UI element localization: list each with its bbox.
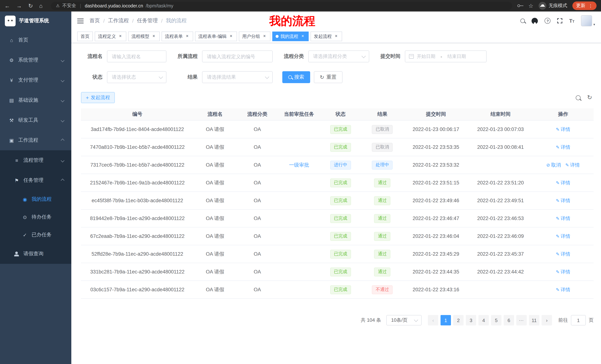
category-select[interactable]: 请选择流程分类 bbox=[308, 50, 369, 62]
tab-process-model[interactable]: 流程模型× bbox=[128, 31, 160, 41]
goto-page-input[interactable] bbox=[571, 315, 586, 326]
password-key-icon[interactable] bbox=[517, 4, 523, 7]
reset-button[interactable]: ↻ 重置 bbox=[314, 71, 342, 83]
forward-button[interactable]: → bbox=[16, 3, 22, 9]
cancel-icon: ⊘ bbox=[546, 162, 550, 168]
detail-link[interactable]: ✎详情 bbox=[565, 162, 580, 168]
sidebar-item-system-manage[interactable]: ⚙系统管理 bbox=[0, 50, 71, 70]
breadcrumb-item-task-manage[interactable]: 任务管理 bbox=[137, 18, 158, 24]
status-select[interactable]: 请选择状态 bbox=[107, 71, 166, 83]
search-icon[interactable] bbox=[521, 19, 525, 23]
menu-dots-icon[interactable]: ⋮ bbox=[588, 3, 593, 8]
tab-label: 发起流程 bbox=[314, 33, 332, 39]
cell-status: 进行中 bbox=[320, 156, 361, 174]
pages-ellipsis[interactable]: ⋯ bbox=[516, 315, 527, 326]
browser-chrome: ← → ↻ ⌂ ⚠ 不安全 | dashboard.yudao.iocoder.… bbox=[0, 0, 601, 11]
submit-time-range-picker[interactable]: 开始日期 - 结束日期 bbox=[405, 50, 487, 62]
page-button-6[interactable]: 6 bbox=[504, 315, 514, 326]
refresh-icon-button[interactable]: ↻ bbox=[587, 95, 592, 101]
start-process-button[interactable]: + 发起流程 bbox=[81, 92, 115, 103]
tab-start-process[interactable]: 发起流程× bbox=[311, 31, 342, 41]
close-icon[interactable]: × bbox=[300, 34, 305, 39]
close-icon[interactable]: × bbox=[185, 34, 190, 39]
help-icon[interactable]: ? bbox=[545, 18, 551, 24]
goto-suffix: 页 bbox=[589, 317, 594, 324]
cell-actions: ✎详情 bbox=[532, 192, 594, 210]
page-button-5[interactable]: 5 bbox=[491, 315, 501, 326]
table-row: 819442e8-7b9a-11ec-a290-acde48001122OA 请… bbox=[81, 210, 594, 227]
home-button[interactable]: ⌂ bbox=[39, 3, 42, 9]
breadcrumb-item-workflow[interactable]: 工作流程 bbox=[108, 18, 129, 24]
close-icon[interactable]: × bbox=[229, 34, 234, 39]
tab-home[interactable]: 首页 bbox=[77, 31, 93, 41]
detail-link[interactable]: ✎详情 bbox=[556, 286, 570, 293]
page-size-select[interactable]: 10条/页 bbox=[386, 315, 421, 326]
current-task-link[interactable]: 一级审批 bbox=[289, 162, 309, 168]
search-button[interactable]: 搜索 bbox=[282, 71, 310, 83]
detail-link[interactable]: ✎详情 bbox=[556, 215, 570, 222]
sidebar-item-task-manage[interactable]: ⚑任务管理 bbox=[0, 170, 71, 190]
detail-link[interactable]: ✎详情 bbox=[556, 144, 570, 151]
sidebar-item-payment-manage[interactable]: ¥支付管理 bbox=[0, 70, 71, 90]
update-button[interactable]: 更新 ⋮ bbox=[572, 1, 597, 10]
close-icon[interactable]: × bbox=[118, 34, 123, 39]
detail-link[interactable]: ✎详情 bbox=[556, 233, 570, 239]
cell-category: OA bbox=[236, 263, 278, 281]
page-button-1[interactable]: 1 bbox=[441, 315, 451, 326]
page-button-4[interactable]: 4 bbox=[478, 315, 489, 326]
process-name-input[interactable] bbox=[107, 50, 166, 62]
tab-process-form[interactable]: 流程表单× bbox=[161, 31, 193, 41]
process-definition-input[interactable] bbox=[202, 50, 273, 62]
address-bar[interactable]: ⚠ 不安全 | dashboard.yudao.iocoder.cn /bpm/… bbox=[51, 2, 512, 10]
sidebar-item-workflow[interactable]: ▣工作流程 bbox=[0, 130, 71, 150]
sidebar-item-label: 我的流程 bbox=[31, 196, 52, 203]
sidebar-item-done-task[interactable]: ✓已办任务 bbox=[0, 226, 71, 244]
page-button-3[interactable]: 3 bbox=[466, 315, 476, 326]
sidebar-item-leave-query[interactable]: 请假查询 bbox=[0, 244, 71, 264]
detail-link[interactable]: ✎详情 bbox=[556, 197, 570, 204]
tab-my-process[interactable]: 我的流程× bbox=[272, 31, 309, 41]
table-row: 3ad174fb-7b9d-11ec-8404-acde48001122OA 请… bbox=[81, 120, 594, 138]
detail-link[interactable]: ✎详情 bbox=[556, 251, 570, 257]
close-icon[interactable]: × bbox=[151, 34, 156, 39]
breadcrumb-item-my-process: 我的流程 bbox=[166, 18, 187, 24]
sidebar-item-home[interactable]: ⌂首页 bbox=[0, 30, 71, 50]
close-icon[interactable]: × bbox=[334, 34, 339, 39]
next-page-button[interactable]: › bbox=[541, 315, 552, 326]
sidebar-item-label: 待办任务 bbox=[31, 214, 52, 220]
sidebar-item-process-manage[interactable]: ≡流程管理 bbox=[0, 150, 71, 170]
sidebar-item-my-process[interactable]: ◉我的流程 bbox=[0, 190, 71, 208]
detail-link[interactable]: ✎详情 bbox=[556, 179, 570, 186]
reload-button[interactable]: ↻ bbox=[28, 2, 33, 9]
prev-page-button[interactable]: ‹ bbox=[428, 315, 438, 326]
main-area: 首页/工作流程/任务管理/我的流程 我的流程 ? TT ▾ 首页流程定义×流程模… bbox=[71, 11, 601, 364]
logo-row[interactable]: 芋道管理系统 bbox=[0, 11, 71, 30]
font-size-icon[interactable]: TT bbox=[569, 18, 574, 23]
sidebar-toggle-icon[interactable] bbox=[77, 18, 84, 23]
action-label: 详情 bbox=[561, 251, 570, 257]
sidebar-item-dev-tools[interactable]: ⚒研发工具 bbox=[0, 110, 71, 130]
detail-link[interactable]: ✎详情 bbox=[556, 126, 570, 133]
sidebar-item-infrastructure[interactable]: ▤基础设施 bbox=[0, 90, 71, 110]
sidebar-item-todo-task[interactable]: ⊙待办任务 bbox=[0, 208, 71, 226]
search-icon-button[interactable] bbox=[576, 95, 580, 100]
github-icon[interactable] bbox=[532, 18, 538, 24]
detail-link[interactable]: ✎详情 bbox=[556, 268, 570, 275]
breadcrumb-item-home[interactable]: 首页 bbox=[90, 18, 100, 24]
cell-end-time: 2022-01-22 23:51:20 bbox=[468, 174, 532, 192]
page-button-2[interactable]: 2 bbox=[453, 315, 464, 326]
result-select[interactable]: 请选择流结果 bbox=[202, 71, 273, 83]
tab-process-form-edit[interactable]: 流程表单-编辑× bbox=[195, 31, 237, 41]
tab-process-definition[interactable]: 流程定义× bbox=[95, 31, 126, 41]
cancel-link[interactable]: ⊘取消 bbox=[546, 162, 561, 168]
user-menu[interactable]: ▾ bbox=[581, 15, 595, 26]
close-icon[interactable]: × bbox=[262, 34, 267, 39]
tab-user-group[interactable]: 用户分组× bbox=[239, 31, 270, 41]
bookmark-star-icon[interactable]: ☆ bbox=[528, 2, 533, 9]
cell-category: OA bbox=[236, 227, 278, 245]
page-button-11[interactable]: 11 bbox=[529, 315, 539, 326]
fullscreen-icon[interactable] bbox=[557, 18, 562, 23]
cell-status: 已完成 bbox=[320, 281, 361, 298]
filter-status: 状态 请选择状态 bbox=[81, 71, 166, 83]
back-button[interactable]: ← bbox=[4, 3, 10, 9]
